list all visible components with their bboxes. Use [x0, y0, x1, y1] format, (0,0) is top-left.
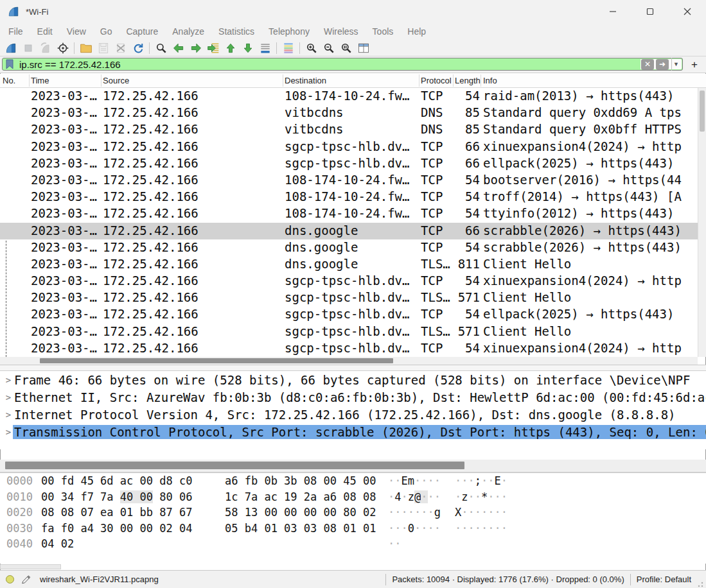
detail-row-1[interactable]: >Frame 46: 66 bytes on wire (528 bits), …: [0, 371, 706, 388]
column-header-info[interactable]: Info: [483, 76, 497, 85]
column-divider[interactable]: [101, 74, 101, 87]
packet-row-9[interactable]: 2023-03-…172.25.42.166dns.googleTCP66scr…: [0, 223, 698, 239]
column-header-length[interactable]: Length: [455, 76, 481, 85]
scrollbar-thumb[interactable]: [40, 358, 393, 363]
expand-chevron-icon[interactable]: >: [4, 427, 13, 437]
close-button[interactable]: [669, 0, 706, 23]
display-filter-input[interactable]: ip.src == 172.25.42.166 ✕ ➜ ▼: [2, 58, 683, 71]
go-back-button[interactable]: [170, 40, 187, 56]
capture-filename[interactable]: wireshark_Wi-Fi2VJR11.pcapng: [40, 575, 159, 584]
hex-row-0030[interactable]: 0030fa f0 a4 30 00 00 02 0405 b4 01 03 0…: [0, 521, 706, 537]
detail-row-3[interactable]: >Internet Protocol Version 4, Src: 172.2…: [0, 406, 706, 423]
packet-list-horizontal-scrollbar[interactable]: [0, 357, 698, 365]
details-horizontal-scrollbar[interactable]: [0, 460, 706, 472]
go-first-button[interactable]: [222, 40, 239, 56]
detail-row-4[interactable]: >Transmission Control Protocol, Src Port…: [0, 423, 706, 440]
cell-dst: 108-174-10-24.fw…: [285, 89, 416, 103]
packet-row-15[interactable]: 2023-03-…172.25.42.166sgcp-tpsc-hlb.dv…T…: [0, 324, 698, 340]
column-divider[interactable]: [419, 74, 419, 87]
capture-comment-icon[interactable]: [21, 575, 31, 585]
packet-row-5[interactable]: 2023-03-…172.25.42.166sgcp-tpsc-hlb.dv…T…: [0, 155, 698, 172]
packet-row-2[interactable]: 2023-03-…172.25.42.166vitbcdnsDNS85Stand…: [0, 105, 698, 121]
packet-row-16[interactable]: 2023-03-…172.25.42.166sgcp-tpsc-hlb.dv…T…: [0, 340, 698, 357]
menu-item-wireless[interactable]: Wireless: [317, 23, 366, 40]
close-file-button[interactable]: [112, 40, 129, 56]
packet-row-14[interactable]: 2023-03-…172.25.42.166sgcp-tpsc-hlb.dv…T…: [0, 306, 698, 323]
resize-grip[interactable]: [695, 579, 704, 588]
menu-item-tools[interactable]: Tools: [366, 23, 401, 40]
packet-row-8[interactable]: 2023-03-…172.25.42.166108-174-10-24.fw…T…: [0, 205, 698, 222]
menu-item-capture[interactable]: Capture: [119, 23, 165, 40]
open-file-button[interactable]: [77, 40, 94, 56]
column-header-source[interactable]: Source: [103, 76, 129, 85]
column-divider[interactable]: [481, 74, 481, 87]
go-last-button[interactable]: [239, 40, 256, 56]
pane-splitter[interactable]: [0, 365, 706, 371]
find-packet-button[interactable]: [152, 40, 170, 56]
column-divider[interactable]: [29, 74, 30, 87]
colorize-packets-button[interactable]: [279, 40, 297, 56]
reload-file-button[interactable]: [129, 40, 146, 56]
packet-row-3[interactable]: 2023-03-…172.25.42.166vitbcdnsDNS85Stand…: [0, 121, 698, 138]
column-header-time[interactable]: Time: [31, 76, 49, 85]
go-forward-button[interactable]: [187, 40, 204, 56]
menu-item-telephony[interactable]: Telephony: [261, 23, 317, 40]
save-file-button[interactable]: [94, 40, 112, 56]
zoom-out-button[interactable]: [320, 40, 337, 56]
menu-item-edit[interactable]: Edit: [30, 23, 60, 40]
packet-row-13[interactable]: 2023-03-…172.25.42.166sgcp-tpsc-hlb.dv…T…: [0, 290, 698, 306]
packet-row-4[interactable]: 2023-03-…172.25.42.166sgcp-tpsc-hlb.dv…T…: [0, 139, 698, 155]
cell-info: Client Hello: [483, 290, 696, 304]
packet-row-10[interactable]: 2023-03-…172.25.42.166dns.googleTCP54scr…: [0, 239, 698, 256]
packet-row-1[interactable]: 2023-03-…172.25.42.166108-174-10-24.fw…T…: [0, 88, 698, 105]
zoom-in-button[interactable]: [303, 40, 320, 56]
column-divider[interactable]: [453, 74, 454, 87]
packet-row-7[interactable]: 2023-03-…172.25.42.166108-174-10-24.fw…T…: [0, 189, 698, 205]
start-capture-button[interactable]: [2, 40, 19, 56]
column-header-no[interactable]: No.: [3, 76, 15, 85]
column-divider[interactable]: [283, 74, 283, 87]
menu-item-help[interactable]: Help: [400, 23, 433, 40]
column-header-protocol[interactable]: Protocol: [421, 76, 452, 85]
filter-clear-icon[interactable]: ✕: [641, 59, 654, 70]
filter-dropdown-caret-icon[interactable]: ▼: [671, 58, 680, 71]
menu-item-go[interactable]: Go: [93, 23, 119, 40]
expert-info-icon[interactable]: [6, 575, 14, 584]
bytes-horizontal-scrollbar[interactable]: [0, 564, 61, 569]
packet-list-vertical-scrollbar[interactable]: [698, 88, 706, 357]
filter-apply-icon[interactable]: ➜: [656, 59, 669, 70]
menu-item-analyze[interactable]: Analyze: [165, 23, 211, 40]
filter-expression-text[interactable]: ip.src == 172.25.42.166: [19, 59, 121, 70]
stop-capture-button[interactable]: [19, 40, 37, 56]
hex-row-0010[interactable]: 001000 34 f7 7a 40 00 80 061c 7a ac 19 2…: [0, 489, 706, 505]
maximize-button[interactable]: [631, 0, 669, 23]
minimize-button[interactable]: [594, 0, 631, 23]
cell-len: 811: [448, 257, 480, 271]
auto-scroll-button[interactable]: [256, 40, 274, 56]
hex-row-0040[interactable]: 004004 02··: [0, 536, 706, 552]
hex-bytes: 05 b4 01 03 03 08 01 01: [225, 522, 376, 535]
restart-capture-button[interactable]: [37, 40, 54, 56]
packet-row-11[interactable]: 2023-03-…172.25.42.166dns.googleTLS…811C…: [0, 256, 698, 273]
filter-add-button[interactable]: +: [687, 58, 702, 71]
go-to-packet-button[interactable]: [204, 40, 222, 56]
expand-chevron-icon[interactable]: >: [4, 410, 13, 420]
menu-item-file[interactable]: File: [1, 23, 30, 40]
detail-row-2[interactable]: >Ethernet II, Src: AzureWav_fb:0b:3b (d8…: [0, 388, 706, 406]
expand-chevron-icon[interactable]: >: [4, 375, 13, 385]
menu-item-view[interactable]: View: [60, 23, 93, 40]
packet-row-6[interactable]: 2023-03-…172.25.42.166108-174-10-24.fw…T…: [0, 172, 698, 189]
menu-item-statistics[interactable]: Statistics: [211, 23, 261, 40]
filter-bookmark-icon[interactable]: [5, 59, 14, 69]
expand-chevron-icon[interactable]: >: [4, 392, 13, 402]
profile-label[interactable]: Profile: Default: [637, 575, 691, 584]
hex-row-0000[interactable]: 000000 fd 45 6d ac 00 d8 c0a6 fb 0b 3b 0…: [0, 473, 706, 489]
capture-options-button[interactable]: [54, 40, 71, 56]
scrollbar-thumb[interactable]: [5, 462, 464, 469]
resize-columns-button[interactable]: [355, 40, 372, 56]
zoom-original-button[interactable]: [337, 40, 355, 56]
packet-row-12[interactable]: 2023-03-…172.25.42.166sgcp-tpsc-hlb.dv…T…: [0, 273, 698, 290]
column-header-destination[interactable]: Destination: [285, 76, 326, 85]
hex-row-0020[interactable]: 002008 08 07 ea 01 bb 87 6758 13 00 00 0…: [0, 505, 706, 521]
scrollbar-thumb[interactable]: [700, 91, 705, 132]
